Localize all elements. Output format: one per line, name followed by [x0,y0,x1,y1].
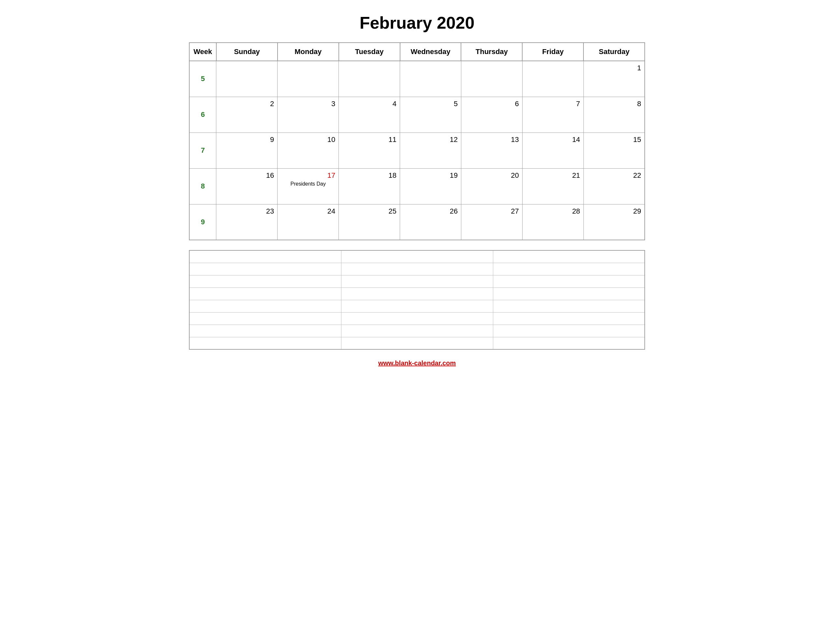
notes-cell[interactable] [189,300,341,312]
day-number: 17 [281,171,335,180]
day-cell [522,61,583,97]
day-number: 8 [587,100,641,108]
notes-cell[interactable] [493,312,645,324]
day-number: 11 [342,136,396,144]
day-number: 26 [403,207,458,216]
week-row: 81617Presidents Day1819202122 [189,168,645,204]
day-cell: 25 [339,204,400,240]
day-cell: 17Presidents Day [278,168,339,204]
week-number: 5 [189,61,216,97]
day-number: 1 [587,64,641,72]
day-cell: 13 [461,132,522,168]
notes-row [189,275,645,287]
day-number: 12 [403,136,458,144]
holiday-label: Presidents Day [281,181,335,187]
notes-cell[interactable] [493,337,645,349]
day-cell: 3 [278,97,339,132]
notes-cell[interactable] [189,312,341,324]
week-number: 9 [189,204,216,240]
notes-cell[interactable] [189,337,341,349]
footer-link[interactable]: www.blank-calendar.com [378,360,456,367]
day-number: 16 [220,171,274,180]
notes-row [189,300,645,312]
day-cell: 20 [461,168,522,204]
day-number: 24 [281,207,335,216]
day-number: 6 [465,100,519,108]
column-header-saturday: Saturday [583,43,645,61]
day-number: 3 [281,100,335,108]
day-cell [339,61,400,97]
notes-cell[interactable] [341,287,493,300]
week-row: 79101112131415 [189,132,645,168]
day-cell: 9 [216,132,278,168]
day-number: 28 [526,207,580,216]
column-header-tuesday: Tuesday [339,43,400,61]
day-cell [278,61,339,97]
notes-cell[interactable] [493,287,645,300]
column-header-week: Week [189,43,216,61]
day-cell: 19 [400,168,461,204]
notes-cell[interactable] [341,275,493,287]
day-number: 20 [465,171,519,180]
notes-cell[interactable] [341,337,493,349]
day-cell: 1 [583,61,645,97]
notes-row [189,337,645,349]
day-cell: 4 [339,97,400,132]
day-number: 13 [465,136,519,144]
day-cell: 11 [339,132,400,168]
notes-cell[interactable] [189,275,341,287]
day-number: 21 [526,171,580,180]
week-number: 6 [189,97,216,132]
notes-cell[interactable] [189,263,341,275]
day-cell: 21 [522,168,583,204]
day-number: 7 [526,100,580,108]
day-number: 25 [342,207,396,216]
day-number: 15 [587,136,641,144]
day-cell: 27 [461,204,522,240]
day-cell: 6 [461,97,522,132]
day-number: 23 [220,207,274,216]
notes-cell[interactable] [493,250,645,263]
day-cell [461,61,522,97]
day-cell: 12 [400,132,461,168]
notes-cell[interactable] [341,263,493,275]
calendar-header: WeekSundayMondayTuesdayWednesdayThursday… [189,43,645,61]
notes-cell[interactable] [189,324,341,337]
day-cell: 22 [583,168,645,204]
day-cell: 8 [583,97,645,132]
day-cell: 5 [400,97,461,132]
day-number: 2 [220,100,274,108]
notes-cell[interactable] [493,300,645,312]
day-number: 29 [587,207,641,216]
day-number: 22 [587,171,641,180]
notes-cell[interactable] [493,324,645,337]
day-cell: 2 [216,97,278,132]
day-cell: 26 [400,204,461,240]
day-cell: 29 [583,204,645,240]
day-cell: 16 [216,168,278,204]
notes-row [189,250,645,263]
notes-cell[interactable] [341,300,493,312]
calendar-body: 51623456787910111213141581617Presidents … [189,61,645,240]
notes-cell[interactable] [189,250,341,263]
week-number: 7 [189,132,216,168]
day-cell: 10 [278,132,339,168]
notes-row [189,324,645,337]
notes-cell[interactable] [189,287,341,300]
notes-cell[interactable] [341,312,493,324]
column-header-friday: Friday [522,43,583,61]
day-number: 9 [220,136,274,144]
notes-cell[interactable] [341,324,493,337]
day-number: 18 [342,171,396,180]
day-cell: 7 [522,97,583,132]
notes-row [189,287,645,300]
notes-cell[interactable] [493,275,645,287]
notes-cell[interactable] [341,250,493,263]
notes-cell[interactable] [493,263,645,275]
column-header-wednesday: Wednesday [400,43,461,61]
week-row: 62345678 [189,97,645,132]
week-row: 923242526272829 [189,204,645,240]
day-number: 14 [526,136,580,144]
column-header-sunday: Sunday [216,43,278,61]
day-cell: 28 [522,204,583,240]
